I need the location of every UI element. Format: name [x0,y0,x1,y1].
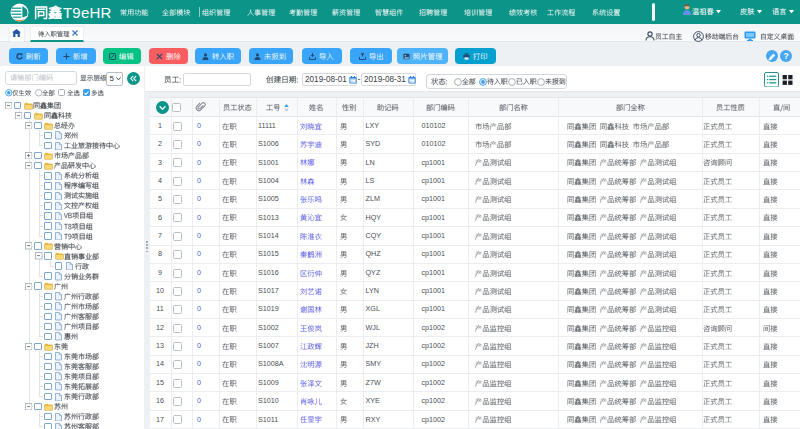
svg-text:?: ? [783,51,788,61]
